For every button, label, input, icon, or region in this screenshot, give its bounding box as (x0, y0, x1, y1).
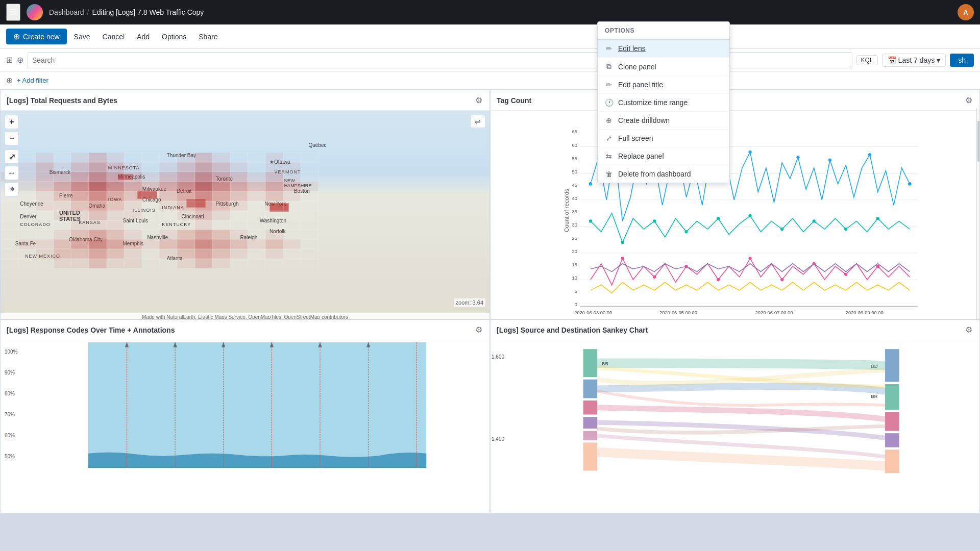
options-panel: OPTIONS ✏ Edit lens ⧉ Clone panel ✏ Edit… (597, 21, 730, 183)
map-zoom-text: zoom: 3.64 (454, 298, 485, 307)
svg-text:2020-06-07 00:00: 2020-06-07 00:00 (755, 310, 793, 315)
svg-point-54 (844, 273, 847, 276)
svg-point-52 (780, 278, 783, 281)
svg-rect-81 (885, 412, 899, 431)
map-rotate-button[interactable]: ⤢ (5, 149, 19, 164)
map-expand-button[interactable]: ↔ (5, 166, 19, 180)
options-panel-header: OPTIONS (598, 22, 729, 40)
svg-rect-75 (583, 417, 598, 429)
options-replace-panel[interactable]: ⇆ Replace panel (598, 147, 729, 165)
zoom-out-button[interactable]: − (5, 131, 19, 145)
svg-point-44 (813, 219, 816, 222)
options-edit-panel-title[interactable]: ✏ Edit panel title (598, 76, 729, 94)
date-picker[interactable]: 📅 Last 7 days ▾ (882, 54, 946, 67)
sankey-y-1400: 1,400 (492, 436, 504, 442)
options-create-drilldown[interactable]: ⊕ Create drilldown (598, 112, 729, 130)
svg-rect-79 (885, 349, 899, 382)
response-codes-panel-gear-button[interactable]: ⚙ (474, 324, 483, 336)
filter-add-icon[interactable]: ⊕ (17, 55, 23, 65)
hamburger-menu-button[interactable]: ☰ (6, 4, 20, 21)
svg-point-39 (653, 219, 656, 222)
svg-text:40: 40 (572, 196, 577, 201)
dashboard-grid: [Logs] Total Requests and Bytes ⚙ Thunde… (0, 90, 980, 551)
edit-lens-link[interactable]: Edit lens (618, 44, 646, 53)
response-codes-panel-title: [Logs] Response Codes Over Time + Annota… (7, 326, 175, 334)
sankey-panel: [Logs] Source and Destination Sankey Cha… (490, 319, 980, 513)
pct-70: 70% (5, 412, 15, 417)
pct-50: 50% (5, 454, 15, 459)
svg-point-57 (908, 182, 912, 186)
map-panel-gear-button[interactable]: ⚙ (474, 94, 483, 106)
filter-bar: ⊞ ⊕ KQL 📅 Last 7 days ▾ sh (0, 49, 980, 71)
chart-scrollbar[interactable] (976, 109, 979, 319)
save-button[interactable]: Save (69, 30, 95, 44)
search-button[interactable]: sh (950, 54, 974, 67)
svg-text:30: 30 (572, 222, 577, 228)
svg-text:65: 65 (572, 129, 577, 134)
filter-options-icon[interactable]: ⊕ (6, 76, 13, 85)
svg-text:5: 5 (575, 289, 577, 294)
svg-point-41 (717, 217, 720, 220)
sankey-panel-gear-button[interactable]: ⚙ (964, 324, 973, 336)
filter-type-icon[interactable]: ⊞ (6, 55, 13, 65)
breadcrumb-base[interactable]: Dashboard (49, 8, 84, 16)
svg-text:2020-06-05 00:00: 2020-06-05 00:00 (659, 310, 697, 315)
svg-text:35: 35 (572, 209, 577, 214)
options-edit-lens[interactable]: ✏ Edit lens (598, 40, 729, 58)
top-navigation: ☰ Dashboard / Editing [Logs] 7.8 Web Tra… (0, 0, 980, 24)
svg-point-36 (868, 153, 871, 156)
response-codes-panel-header: [Logs] Response Codes Over Time + Annota… (1, 320, 489, 340)
svg-point-51 (749, 257, 752, 260)
replace-icon: ⇆ (605, 152, 613, 160)
svg-text:60: 60 (572, 143, 577, 148)
scrollbar-thumb[interactable] (977, 121, 979, 162)
tag-count-panel-gear-button[interactable]: ⚙ (964, 94, 973, 106)
map-info-button[interactable]: ⌖ (5, 182, 19, 196)
zoom-in-button[interactable]: + (5, 115, 19, 129)
options-delete[interactable]: 🗑 Delete from dashboard (598, 165, 729, 183)
options-button[interactable]: Options (157, 30, 191, 44)
map-legend-button[interactable]: ⇌ (470, 115, 485, 128)
replace-panel-label: Replace panel (618, 152, 664, 160)
date-range-label: Last 7 days (898, 56, 935, 64)
tag-count-panel: Tag Count ⚙ Count of records 0 5 10 15 2… (490, 90, 980, 319)
svg-text:15: 15 (572, 262, 577, 267)
tag-count-panel-header: Tag Count ⚙ (491, 90, 979, 111)
drilldown-icon: ⊕ (605, 116, 613, 124)
create-new-label: Create new (23, 33, 60, 41)
breadcrumb-current: Editing [Logs] 7.8 Web Traffic Copy (92, 8, 204, 16)
clone-panel-label: Clone panel (618, 63, 656, 71)
svg-point-38 (621, 241, 624, 244)
sankey-chart-content: 1,600 1,400 BR BD BR (491, 340, 979, 513)
cancel-button[interactable]: Cancel (97, 30, 130, 44)
edit-lens-icon: ✏ (605, 44, 613, 53)
add-button[interactable]: Add (132, 30, 155, 44)
svg-text:20: 20 (572, 249, 577, 254)
create-drilldown-label: Create drilldown (618, 116, 670, 124)
svg-point-37 (589, 219, 592, 222)
sankey-y-1600: 1,600 (492, 354, 504, 360)
response-codes-chart-content: 100% 90% 80% 70% 60% 50% (1, 340, 489, 513)
add-filter-link[interactable]: + Add filter (17, 77, 48, 84)
svg-text:55: 55 (572, 156, 577, 161)
app-logo (27, 4, 43, 20)
options-clone-panel[interactable]: ⧉ Clone panel (598, 58, 729, 76)
add-filter-bar: ⊕ + Add filter (0, 71, 980, 90)
map-controls: + − (5, 115, 19, 145)
map-attribution: Made with NaturalEarth, Elastic Maps Ser… (1, 313, 489, 319)
svg-point-42 (749, 214, 752, 217)
options-full-screen[interactable]: ⤢ Full screen (598, 130, 729, 147)
avatar[interactable]: A (958, 4, 974, 20)
kql-badge[interactable]: KQL (856, 55, 878, 65)
svg-point-35 (828, 158, 831, 161)
create-new-button[interactable]: ⊕ Create new (6, 29, 67, 44)
svg-rect-82 (885, 433, 899, 447)
svg-rect-76 (583, 431, 598, 440)
svg-point-34 (796, 156, 799, 159)
full-screen-label: Full screen (618, 134, 653, 142)
share-button[interactable]: Share (193, 30, 223, 44)
map-panel-title: [Logs] Total Requests and Bytes (7, 96, 117, 105)
svg-text:2020-06-09 00:00: 2020-06-09 00:00 (846, 310, 884, 315)
options-customize-time[interactable]: 🕐 Customize time range (598, 94, 729, 112)
map-background: Thunder Bay Bismarck Pierre Minneapolis … (1, 111, 489, 319)
